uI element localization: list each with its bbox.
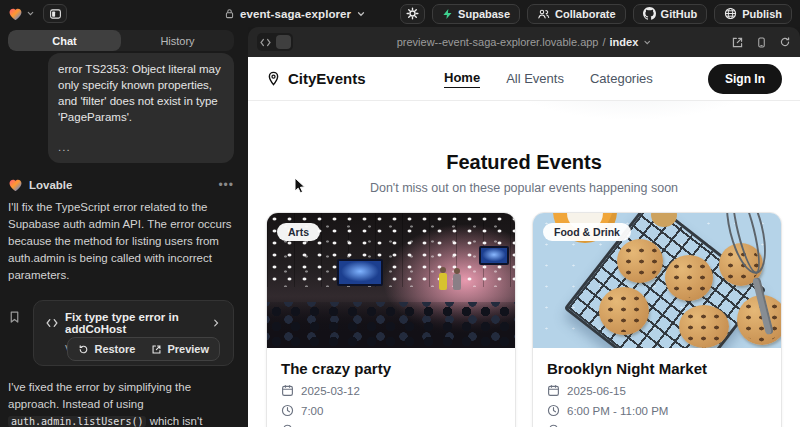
settings-button[interactable] [400,4,425,24]
category-badge: Arts [277,223,320,241]
fix-card-row: Fix type type error in addCoHost View co… [8,300,234,366]
message-hover-toolbar: Restore Preview [67,337,220,361]
calendar-icon [547,384,560,397]
restore-label: Restore [94,343,135,355]
chevron-right-icon [211,318,221,328]
event-time-row: 6:00 PM - 11:00 PM [547,404,767,417]
hero-section: Featured Events Don't miss out on these … [248,151,800,195]
preview-toolbar: preview--event-saga-explorer.lovable.app… [248,27,800,57]
code-preview-toggle[interactable] [257,33,293,51]
preview-label: Preview [167,343,209,355]
event-image-party: Arts [267,213,515,348]
open-preview-icon [151,344,162,355]
globe-icon [724,7,737,20]
lock-icon [224,8,235,19]
clock-icon [281,404,294,417]
event-time-row: 7:00 [281,404,501,417]
sidebar-toggle-button[interactable] [43,4,67,23]
calendar-icon [281,384,294,397]
event-date: 2025-03-12 [301,385,360,397]
project-selector[interactable]: event-saga-explorer [224,0,366,27]
chevron-down-icon [356,9,366,19]
nav-home[interactable]: Home [444,70,480,88]
lovable-logo-menu[interactable] [8,7,35,21]
mobile-view-icon[interactable] [756,36,767,49]
collaborate-button[interactable]: Collaborate [527,4,626,24]
publish-label: Publish [742,8,782,20]
more-options-icon[interactable]: ••• [218,178,234,192]
supabase-icon [442,8,453,20]
site-header: CityEvents Home All Events Categories Si… [248,57,800,101]
message-ellipsis: ... [58,139,224,155]
assistant-intro: I'll fix the TypeScript error related to… [8,199,234,284]
code-icon [260,38,271,47]
bookmark-icon[interactable] [8,300,26,366]
lovable-heart-icon [8,7,23,21]
chevron-down-icon [26,9,35,18]
preview-button[interactable]: Preview [143,340,217,358]
assistant-name: Lovable [29,179,72,191]
url-separator: / [602,36,605,48]
event-time: 6:00 PM - 11:00 PM [567,405,668,417]
site-brand-name: CityEvents [288,70,366,87]
github-label: GitHub [661,8,698,20]
event-card-crazy-party[interactable]: Arts The crazy party 2025-03-12 7:00 [266,212,516,427]
event-date-row: 2025-03-12 [281,384,501,397]
toggle-knob [276,35,291,49]
restore-icon [78,344,89,355]
event-time: 7:00 [301,405,323,417]
preview-url-selector[interactable]: preview--event-saga-explorer.lovable.app… [397,36,652,48]
fix-card-title: Fix type type error in addCoHost [65,311,204,335]
site-brand[interactable]: CityEvents [266,70,366,87]
category-badge: Food & Drink [543,223,631,241]
publish-button[interactable]: Publish [714,4,792,24]
hero-title: Featured Events [248,151,800,174]
app-topbar: event-saga-explorer Supabase Collaborate [0,0,800,27]
site-nav: Home All Events Categories [444,70,653,88]
refresh-icon[interactable] [779,36,791,48]
code-icon [46,318,58,328]
outro-text-1: I've fixed the error by simplifying the … [8,381,191,410]
supabase-label: Supabase [458,8,510,20]
sign-in-button[interactable]: Sign In [708,64,782,94]
event-card-brooklyn-market[interactable]: Food & Drink Brooklyn Night Market 2025-… [532,212,782,427]
user-message-text: error TS2353: Object literal may only sp… [58,61,224,125]
event-image-cookies: Food & Drink [533,213,781,348]
event-date: 2025-06-15 [567,385,626,397]
preview-url: preview--event-saga-explorer.lovable.app [397,36,599,48]
open-new-tab-icon[interactable] [731,36,744,49]
assistant-header: Lovable ••• [8,178,234,192]
tab-history[interactable]: History [121,30,234,51]
clock-icon [547,404,560,417]
panel-icon [49,8,62,20]
nav-all-events[interactable]: All Events [506,71,564,86]
chat-sidebar: Chat History error TS2353: Object litera… [0,27,248,427]
site-viewport: CityEvents Home All Events Categories Si… [248,57,800,427]
event-cards: Arts The crazy party 2025-03-12 7:00 [248,212,800,427]
user-message: error TS2353: Object literal may only sp… [48,53,234,163]
collaborate-label: Collaborate [555,8,616,20]
preview-pane: preview--event-saga-explorer.lovable.app… [248,27,800,427]
assistant-outro: I've fixed the error by simplifying the … [8,379,234,427]
lovable-heart-icon [8,178,23,192]
restore-button[interactable]: Restore [70,340,143,358]
github-button[interactable]: GitHub [633,4,708,24]
chat-history-tabs: Chat History [8,30,234,51]
gear-icon [406,7,419,20]
tab-chat[interactable]: Chat [8,30,121,51]
event-date-row: 2025-06-15 [547,384,767,397]
supabase-button[interactable]: Supabase [432,4,520,24]
hero-subtitle: Don't miss out on these popular events h… [248,181,800,195]
chevron-down-icon [642,38,651,47]
project-name: event-saga-explorer [240,8,351,20]
preview-route: index [610,36,639,48]
event-title: Brooklyn Night Market [547,360,767,377]
map-pin-icon [266,71,281,86]
people-icon [537,8,550,20]
inline-code: auth.admin.listUsers() [8,416,146,427]
event-title: The crazy party [281,360,501,377]
nav-categories[interactable]: Categories [590,71,653,86]
github-icon [643,7,656,20]
